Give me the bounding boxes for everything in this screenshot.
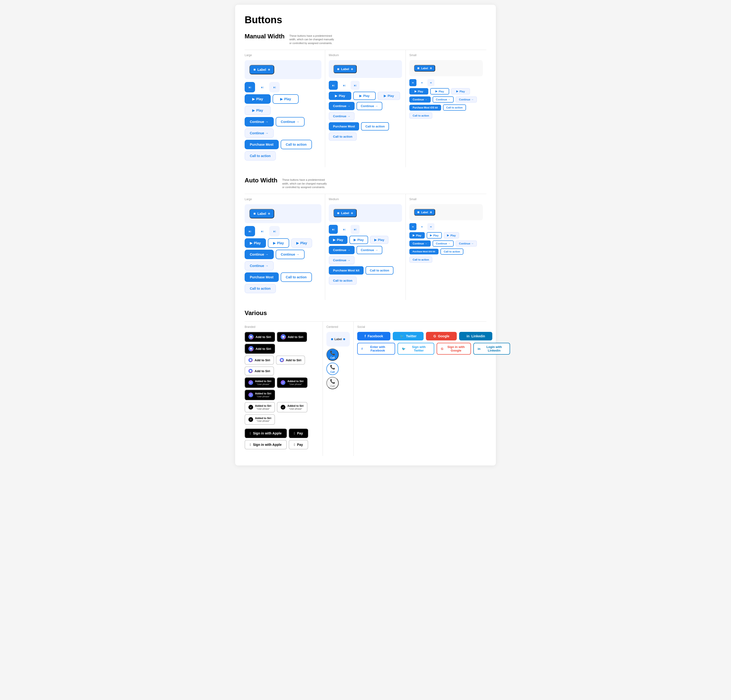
add-siri-btn-3[interactable]: Add to Siri (245, 344, 275, 354)
auto-play-lg-outline[interactable]: ▶ Play (268, 238, 289, 248)
auto-purchase-sm-primary[interactable]: Purchase Most iOS kit (410, 249, 439, 255)
added-siri-btn-1[interactable]: ✓ Added to Siri "User phrase" (245, 377, 275, 388)
enter-facebook-btn[interactable]: f Enter with Facebook (357, 343, 395, 354)
call-btn-primary[interactable]: 📞 Call (326, 349, 339, 361)
sign-twitter-btn[interactable]: 🐦 Sign with Twitter (398, 343, 434, 354)
continue-btn-sm-ghost[interactable]: Continue → (456, 97, 477, 103)
play-btn-md-primary[interactable]: ▶ Play (329, 92, 351, 100)
auto-continue-sm-ghost[interactable]: Continue → (456, 240, 477, 247)
icon-btn-md-outline[interactable]: ⏯ (340, 81, 349, 90)
auto-icon-md-ghost[interactable]: ⏯ (351, 225, 360, 234)
auto-label-btn-sm[interactable]: Label (414, 209, 435, 215)
continue-btn-md-primary[interactable]: Continue → (329, 102, 355, 110)
auto-icon-lg-ghost[interactable]: ⏯ (269, 226, 280, 236)
auto-cta-lg-outline[interactable]: Call to action (280, 272, 312, 282)
added-siri-outline-3[interactable]: ✓ Added to Siri "User phrase" (245, 414, 275, 425)
cta-btn-sm-outline[interactable]: Call to action (443, 104, 466, 111)
cta-btn-lg-outline[interactable]: Call to action (280, 140, 312, 149)
purchase-btn-lg-primary[interactable]: Purchase Most (245, 140, 279, 149)
apple-pay-btn-black[interactable]:  Pay (289, 429, 308, 438)
auto-cta-md-ghost[interactable]: Call to action (329, 277, 357, 285)
add-siri-outline-1[interactable]: Add to Siri (245, 356, 274, 365)
auto-continue-lg-outline[interactable]: Continue → (276, 250, 305, 259)
auto-icon-sm-outline[interactable]: ⏯ (418, 223, 426, 230)
add-siri-btn-2[interactable]: Add to Siri (277, 332, 307, 342)
auto-cta-sm-outline[interactable]: Call to action (440, 249, 463, 255)
auto-continue-md-ghost[interactable]: Continue → (329, 256, 355, 264)
auto-purchase-lg-primary[interactable]: Purchase Most (245, 272, 279, 282)
auto-play-md-primary[interactable]: ▶ Play (329, 236, 348, 244)
auto-purchase-md-primary[interactable]: Purchase Most kit (329, 266, 364, 275)
auto-icon-sm-ghost[interactable]: ⏯ (427, 223, 434, 230)
added-siri-outline-2[interactable]: ✓ Added to Siri "User phrase" (277, 402, 307, 412)
icon-btn-sm-outline[interactable]: ⏯ (418, 79, 426, 86)
icon-btn-sm-primary[interactable]: ⏯ (410, 79, 417, 86)
continue-btn-lg-ghost[interactable]: Continue → (245, 128, 274, 138)
auto-icon-lg-outline[interactable]: ⏯ (257, 226, 267, 236)
twitter-btn[interactable]: 🐦 Twitter (393, 332, 424, 340)
sign-google-btn[interactable]: G Sign in with Google (437, 343, 471, 354)
auto-play-sm-primary[interactable]: ▶ Play (410, 232, 425, 239)
facebook-btn[interactable]: f Facebook (357, 332, 390, 340)
play-btn-sm-outline[interactable]: ▶ Play (430, 88, 449, 95)
auto-icon-lg-primary[interactable]: ⏯ (245, 226, 255, 236)
icon-btn-md-primary[interactable]: ⏯ (329, 81, 338, 90)
added-siri-btn-3[interactable]: ✓ Added to Siri "User phrase" (245, 390, 275, 400)
add-siri-btn-1[interactable]: Add to Siri (245, 332, 275, 342)
add-siri-outline-2[interactable]: Add to Siri (276, 356, 305, 365)
auto-continue-lg-primary[interactable]: Continue → (245, 250, 274, 259)
sign-apple-btn-outline[interactable]:  Sign in with Apple (245, 440, 287, 450)
auto-continue-sm-primary[interactable]: Continue → (410, 240, 431, 247)
continue-btn-md-ghost[interactable]: Continue → (329, 112, 355, 120)
play-btn-lg-primary[interactable]: ▶ Play (245, 94, 271, 104)
cta-btn-lg-ghost[interactable]: Call to action (245, 151, 276, 161)
auto-play-md-ghost[interactable]: ▶ Play (370, 236, 389, 244)
call-btn-ghost[interactable]: 📞 Call (326, 377, 339, 389)
auto-icon-sm-primary[interactable]: ⏯ (410, 223, 417, 230)
auto-cta-md-outline[interactable]: Call to action (366, 266, 393, 275)
purchase-btn-md-primary[interactable]: Purchase Most (329, 122, 359, 130)
sign-apple-btn-black[interactable]:  Sign in with Apple (245, 429, 287, 438)
added-siri-btn-2[interactable]: ✓ Added to Siri "User phrase" (277, 377, 307, 388)
auto-play-sm-ghost[interactable]: ▶ Play (444, 232, 459, 239)
play-btn-md-ghost[interactable]: ▶ Play (377, 92, 400, 100)
auto-cta-sm-ghost[interactable]: Call to action (410, 256, 432, 263)
auto-continue-sm-outline[interactable]: Continue → (433, 240, 454, 247)
play-btn-lg-ghost[interactable]: ▶ Play (245, 105, 271, 115)
play-btn-md-outline[interactable]: ▶ Play (353, 92, 376, 100)
continue-btn-sm-primary[interactable]: Continue → (410, 97, 431, 103)
apple-pay-btn-outline[interactable]:  Pay (289, 440, 308, 450)
icon-btn-lg-primary[interactable]: ⏯ (245, 82, 255, 92)
auto-continue-lg-ghost[interactable]: Continue → (245, 261, 274, 271)
icon-btn-lg-ghost[interactable]: ⏯ (269, 82, 280, 92)
play-btn-sm-ghost[interactable]: ▶ Play (451, 88, 470, 95)
linkedin-btn[interactable]: in Linkedin (459, 332, 492, 340)
call-btn-outline[interactable]: 📞 Call (326, 363, 339, 375)
auto-label-btn-md[interactable]: Label (333, 209, 357, 217)
auto-continue-md-outline[interactable]: Continue → (357, 246, 382, 254)
continue-btn-lg-outline[interactable]: Continue → (276, 117, 305, 126)
login-linkedin-btn[interactable]: in Login with Linkedin (473, 343, 510, 354)
auto-play-lg-primary[interactable]: ▶ Play (245, 238, 266, 248)
purchase-btn-sm-primary[interactable]: Purchase Most iOS kit (410, 105, 441, 111)
icon-btn-md-ghost[interactable]: ⏯ (351, 81, 360, 90)
play-btn-sm-primary[interactable]: ▶ Play (410, 88, 428, 95)
icon-btn-lg-outline[interactable]: ⏯ (257, 82, 267, 92)
cta-btn-sm-ghost[interactable]: Call to action (410, 113, 432, 119)
auto-continue-md-primary[interactable]: Continue → (329, 246, 355, 254)
auto-play-md-outline[interactable]: ▶ Play (349, 236, 368, 244)
auto-label-btn-lg[interactable]: Label (250, 209, 274, 218)
icon-btn-sm-ghost[interactable]: ⏯ (427, 79, 434, 86)
label-btn-lg-primary[interactable]: Label (250, 65, 274, 75)
cta-btn-md-ghost[interactable]: Call to action (329, 132, 357, 141)
auto-icon-md-outline[interactable]: ⏯ (340, 225, 349, 234)
auto-icon-md-primary[interactable]: ⏯ (329, 225, 338, 234)
auto-cta-lg-ghost[interactable]: Call to action (245, 284, 276, 293)
google-btn[interactable]: G Google (426, 332, 457, 340)
auto-play-sm-outline[interactable]: ▶ Play (427, 232, 442, 239)
continue-btn-md-outline[interactable]: Continue → (357, 102, 382, 110)
label-btn-sm-primary[interactable]: Label (414, 65, 435, 72)
label-btn-md-primary[interactable]: Label (333, 65, 357, 73)
add-siri-outline-3[interactable]: Add to Siri (245, 366, 274, 375)
continue-btn-lg-primary[interactable]: Continue → (245, 117, 274, 126)
